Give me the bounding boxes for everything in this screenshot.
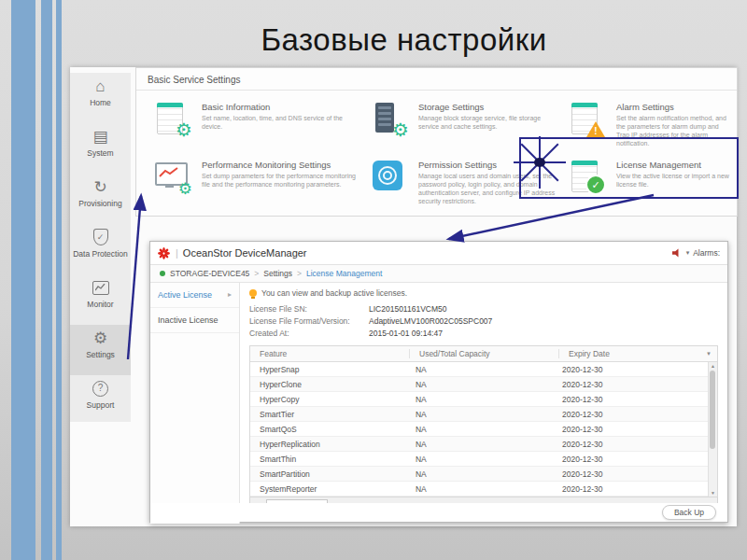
- feature-cell: HyperReplication: [250, 440, 406, 449]
- sidebar-item-system[interactable]: ▤ System: [70, 123, 131, 174]
- sidebar: ⌂ Home ▤ System ↻ Provisioning ✓ Data Pr…: [70, 73, 131, 422]
- nav-inactive-license[interactable]: Inactive License: [150, 308, 239, 333]
- capacity-cell: NA: [406, 440, 553, 449]
- info-value: AdaptiveLMV100R002C05SPC007: [369, 315, 492, 328]
- table-row[interactable]: HyperReplication NA 2020-12-30: [250, 437, 717, 452]
- card-title: Storage Settings: [418, 102, 562, 112]
- sidebar-item-settings[interactable]: ⚙ Settings: [70, 325, 131, 375]
- speaker-icon[interactable]: [672, 248, 683, 259]
- alarms-label[interactable]: Alarms:: [693, 248, 720, 258]
- card-desc: Set name, location, time, and DNS servic…: [202, 114, 364, 131]
- card-performance-monitoring[interactable]: ⚙ Performance Monitoring Settings Set du…: [151, 154, 368, 212]
- card-title: Basic Information: [202, 102, 364, 112]
- provisioning-icon: ↻: [70, 175, 131, 198]
- capacity-cell: NA: [406, 365, 553, 374]
- card-desc: Manage block storage service, file stora…: [418, 114, 562, 131]
- col-capacity[interactable]: Used/Total Capacity: [409, 349, 558, 358]
- feature-cell: SystemReporter: [250, 484, 406, 494]
- home-icon: ⌂: [70, 75, 131, 97]
- device-manager-window: | OceanStor DeviceManager ▾ Alarms: STOR…: [149, 241, 728, 523]
- sidebar-item-provisioning[interactable]: ↻ Provisioning: [70, 174, 131, 224]
- scrollbar-thumb[interactable]: [710, 371, 715, 449]
- scroll-up-icon[interactable]: ▲: [709, 363, 717, 369]
- info-row-created: Created At: 2015-01-01 09:14:47: [249, 328, 718, 340]
- sidebar-item-label: Monitor: [70, 300, 131, 309]
- gear-icon: ⚙: [70, 327, 131, 349]
- app-title: OceanStor DeviceManager: [183, 247, 307, 259]
- table-row[interactable]: SmartPartition NA 2020-12-30: [250, 467, 717, 482]
- notepad-gear-icon: ⚙: [155, 102, 192, 137]
- sidebar-item-support[interactable]: ? Support: [70, 375, 131, 426]
- sidebar-item-label: Settings: [70, 350, 131, 359]
- breadcrumb-page[interactable]: License Management: [306, 269, 382, 278]
- license-table-body: HyperSnap NA 2020-12-30 HyperClone NA 20…: [250, 362, 717, 497]
- accent-stripe: [11, 0, 35, 560]
- breadcrumb-device[interactable]: STORAGE-DEVICE45: [170, 269, 249, 278]
- breadcrumb-settings[interactable]: Settings: [263, 269, 292, 278]
- monitor-chart-gear-icon: ⚙: [155, 160, 192, 195]
- expiry-cell: 2020-12-30: [553, 380, 709, 389]
- table-row[interactable]: SmartTier NA 2020-12-30: [250, 407, 717, 422]
- scroll-down-icon[interactable]: ▼: [709, 490, 717, 496]
- expiry-cell: 2020-12-30: [553, 440, 709, 449]
- server-gear-icon: ⚙: [372, 102, 409, 137]
- breadcrumb-separator: >: [254, 269, 259, 278]
- table-row[interactable]: SmartQoS NA 2020-12-30: [250, 422, 717, 437]
- capacity-cell: NA: [406, 395, 553, 404]
- shield-check-icon: ✓: [70, 226, 131, 248]
- breadcrumb-separator: >: [297, 269, 302, 278]
- card-desc: Set dump parameters for the performance …: [202, 172, 364, 189]
- question-icon: ?: [70, 377, 131, 399]
- capacity-cell: NA: [406, 484, 553, 494]
- sidebar-item-label: Home: [70, 98, 131, 107]
- table-row[interactable]: SmartThin NA 2020-12-30: [250, 452, 717, 467]
- info-row-sn: License File SN: LIC201501161VCM50: [249, 303, 718, 315]
- info-label: License File Format/Version:: [249, 315, 369, 328]
- feature-cell: HyperClone: [250, 380, 406, 389]
- expiry-cell: 2020-12-30: [553, 365, 709, 374]
- col-expiry[interactable]: Expiry Date: [558, 349, 700, 358]
- table-row[interactable]: HyperCopy NA 2020-12-30: [250, 392, 717, 407]
- expiry-cell: 2020-12-30: [553, 425, 709, 434]
- nav-label: Inactive License: [158, 315, 218, 325]
- expiry-cell: 2020-12-30: [553, 484, 709, 494]
- license-highlight-rect: [519, 137, 739, 199]
- filter-icon[interactable]: ▼: [700, 351, 717, 357]
- monitor-icon: [70, 276, 131, 299]
- slide: Базовые настройки ⌂ Home ▤ System ↻ Prov…: [0, 0, 747, 560]
- capacity-cell: NA: [406, 425, 553, 434]
- sidebar-item-home[interactable]: ⌂ Home: [70, 73, 131, 123]
- nav-active-license[interactable]: Active License ▸: [150, 283, 239, 308]
- card-basic-information[interactable]: ⚙ Basic Information Set name, location, …: [151, 96, 368, 154]
- backup-button[interactable]: Back Up: [662, 505, 716, 520]
- sidebar-item-label: Support: [70, 400, 131, 410]
- chevron-down-icon[interactable]: ▾: [686, 249, 690, 257]
- sidebar-item-monitor[interactable]: Monitor: [70, 274, 131, 325]
- table-row[interactable]: HyperSnap NA 2020-12-30: [250, 362, 717, 377]
- sidebar-item-data-protection[interactable]: ✓ Data Protection: [70, 224, 131, 274]
- license-nav: Active License ▸ Inactive License: [150, 283, 240, 524]
- feature-cell: SmartThin: [250, 455, 406, 464]
- accent-stripe: [41, 0, 52, 560]
- info-label: License File SN:: [249, 303, 369, 315]
- sidebar-item-label: Data Protection: [70, 249, 131, 259]
- system-icon: ▤: [70, 125, 131, 147]
- brand-divider: |: [176, 247, 178, 259]
- tip-row: You can view and backup active licenses.: [249, 288, 718, 298]
- slide-title: Базовые настройки: [70, 22, 738, 58]
- table-row[interactable]: HyperClone NA 2020-12-30: [250, 377, 717, 392]
- expiry-cell: 2020-12-30: [553, 395, 709, 404]
- expiry-cell: 2020-12-30: [553, 455, 709, 464]
- sidebar-item-label: System: [70, 148, 131, 158]
- info-value: 2015-01-01 09:14:47: [369, 328, 443, 340]
- feature-cell: HyperCopy: [250, 395, 406, 404]
- notepad-warning-icon: !: [570, 102, 607, 137]
- panel-header: Basic Service Settings: [136, 68, 737, 91]
- card-title: Performance Monitoring Settings: [202, 160, 364, 170]
- table-row[interactable]: SystemReporter NA 2020-12-30: [250, 482, 717, 497]
- col-feature[interactable]: Feature: [250, 349, 409, 358]
- table-scrollbar[interactable]: ▲ ▼: [708, 362, 717, 497]
- info-row-format: License File Format/Version: AdaptiveLMV…: [249, 315, 718, 328]
- feature-cell: SmartPartition: [250, 469, 406, 479]
- card-title: Alarm Settings: [616, 102, 729, 112]
